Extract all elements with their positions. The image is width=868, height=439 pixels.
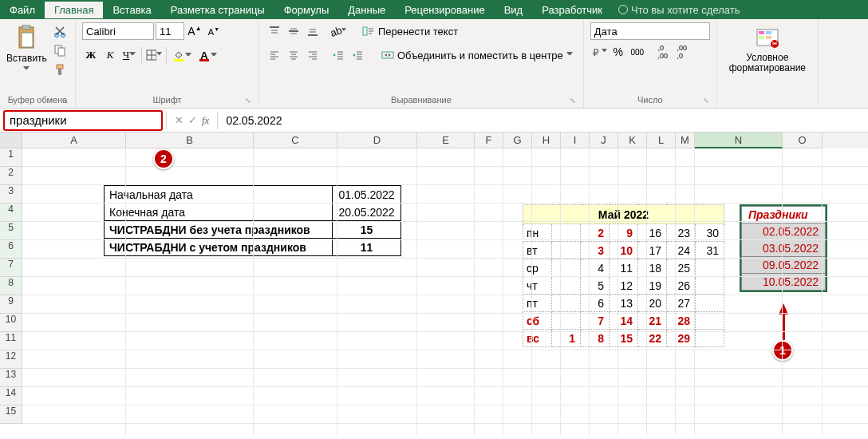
svg-rect-7 (57, 65, 63, 69)
column-header-B[interactable]: B (126, 132, 254, 148)
tab-review[interactable]: Рецензирование (395, 2, 494, 18)
font-color-button[interactable]: A (195, 46, 213, 64)
group-label-clipboard: Буфер обмена⤡ (6, 93, 69, 106)
row-header-2[interactable]: 2 (0, 167, 22, 185)
conditional-formatting-button[interactable]: Условное форматирование (724, 22, 811, 73)
row-header-5[interactable]: 5 (0, 222, 22, 240)
align-bottom-button[interactable] (304, 22, 322, 40)
svg-rect-26 (766, 31, 771, 34)
font-size-select[interactable]: 11 (156, 22, 184, 40)
svg-rect-22 (382, 52, 393, 58)
number-format-select[interactable]: Дата (590, 22, 710, 40)
increase-font-button[interactable]: A▲ (186, 22, 203, 40)
bold-button[interactable]: Ж (82, 46, 100, 64)
increase-decimal-button[interactable]: ,0,00 (654, 43, 672, 61)
column-header-H[interactable]: H (532, 132, 561, 148)
holiday-cell[interactable]: 09.05.2022 (742, 257, 826, 274)
tab-insert[interactable]: Вставка (103, 2, 160, 18)
tab-formulas[interactable]: Формулы (274, 2, 339, 18)
tab-page-layout[interactable]: Разметка страницы (161, 2, 274, 18)
column-header-A[interactable]: A (22, 132, 126, 148)
formula-input[interactable] (221, 111, 865, 130)
column-header-K[interactable]: K (618, 132, 647, 148)
annotation-callout-2: 2 (153, 148, 174, 169)
row-header-1[interactable]: 1 (0, 148, 22, 167)
row-header-3[interactable]: 3 (0, 185, 22, 204)
wrap-text-button[interactable]: Перенести текст (358, 22, 462, 40)
column-header-J[interactable]: J (590, 132, 618, 148)
tab-data[interactable]: Данные (338, 2, 395, 18)
column-header-F[interactable]: F (475, 132, 503, 148)
align-middle-button[interactable] (285, 22, 302, 40)
underline-button[interactable]: Ч (120, 46, 138, 64)
row-header-12[interactable]: 12 (0, 350, 22, 369)
name-box-input[interactable] (3, 110, 163, 131)
percent-button[interactable]: % (610, 43, 627, 61)
column-header-I[interactable]: I (561, 132, 590, 148)
column-header-N[interactable]: N (695, 132, 783, 148)
enter-formula-icon[interactable]: ✓ (188, 114, 197, 127)
column-header-L[interactable]: L (647, 132, 676, 148)
fill-color-button[interactable] (170, 46, 187, 64)
row-header-15[interactable]: 15 (0, 405, 22, 424)
column-header-D[interactable]: D (337, 132, 417, 148)
column-header-M[interactable]: M (676, 132, 695, 148)
tab-file[interactable]: Файл (0, 2, 45, 18)
row-header-9[interactable]: 9 (0, 295, 22, 314)
caret-icon (211, 53, 217, 59)
italic-button[interactable]: К (101, 46, 119, 64)
tell-me-search[interactable]: Что вы хотите сделать (618, 4, 740, 16)
copy-button[interactable] (51, 42, 69, 59)
fx-icon[interactable]: fx (202, 114, 209, 127)
font-name-select[interactable]: Calibri (82, 22, 154, 40)
cut-button[interactable] (51, 22, 69, 40)
row-header-10[interactable]: 10 (0, 314, 22, 332)
row-header-4[interactable]: 4 (0, 204, 22, 222)
dialog-launcher-icon[interactable]: ⤡ (244, 97, 252, 105)
tab-home[interactable]: Главная (45, 2, 103, 18)
merge-center-button[interactable]: Объединить и поместить в центре (377, 46, 577, 64)
tab-developer[interactable]: Разработчик (532, 2, 612, 18)
column-header-O[interactable]: O (783, 132, 823, 148)
decrease-indent-button[interactable] (329, 46, 347, 64)
row-header-7[interactable]: 7 (0, 259, 22, 277)
column-header-G[interactable]: G (503, 132, 532, 148)
align-right-button[interactable] (304, 46, 322, 64)
row-header-11[interactable]: 11 (0, 332, 22, 350)
accounting-format-button[interactable]: ₽ (590, 43, 608, 61)
tell-me-label: Что вы хотите сделать (631, 4, 740, 16)
dialog-launcher-icon[interactable]: ⤡ (702, 97, 710, 105)
table-cell: 15 (361, 223, 373, 236)
increase-indent-button[interactable] (349, 46, 366, 64)
dialog-launcher-icon[interactable]: ⤡ (61, 97, 69, 105)
decrease-decimal-button[interactable]: ,00,0 (673, 43, 691, 61)
borders-button[interactable] (145, 46, 163, 64)
holiday-cell[interactable]: 03.05.2022 (742, 240, 826, 257)
dialog-launcher-icon[interactable]: ⤡ (569, 97, 577, 105)
select-all-corner[interactable] (0, 132, 22, 148)
row-header-13[interactable]: 13 (0, 369, 22, 387)
align-left-button[interactable] (266, 46, 283, 64)
copy-icon (53, 44, 66, 57)
format-painter-button[interactable] (51, 61, 69, 78)
column-header-E[interactable]: E (417, 132, 475, 148)
comma-button[interactable]: 000 (629, 43, 646, 61)
holiday-cell[interactable]: 02.05.2022 (742, 223, 826, 240)
tab-view[interactable]: Вид (495, 2, 533, 18)
row-header-8[interactable]: 8 (0, 277, 22, 295)
align-center-button[interactable] (285, 46, 302, 64)
group-clipboard: Вставить Буфер обмена⤡ (0, 19, 76, 108)
decrease-font-button[interactable]: A▼ (205, 22, 223, 40)
worksheet-grid[interactable]: ABCDEFGHIJKLMNO 123456789101112131415 На… (0, 132, 868, 436)
row-header-6[interactable]: 6 (0, 240, 22, 259)
paste-button[interactable]: Вставить (6, 22, 46, 75)
holidays-header: Праздники (748, 208, 808, 221)
align-top-button[interactable] (266, 22, 283, 40)
column-header-C[interactable]: C (254, 132, 337, 148)
row-header-14[interactable]: 14 (0, 387, 22, 405)
group-number: Дата ₽ % 000 ,0,00 ,00,0 Число⤡ (584, 19, 717, 108)
caret-icon (602, 49, 607, 55)
cancel-formula-icon[interactable]: ✕ (175, 114, 183, 127)
table-cell: ЧИСТРАБДНИ без учета праздников (109, 223, 310, 236)
orientation-button[interactable]: ab (329, 22, 347, 40)
